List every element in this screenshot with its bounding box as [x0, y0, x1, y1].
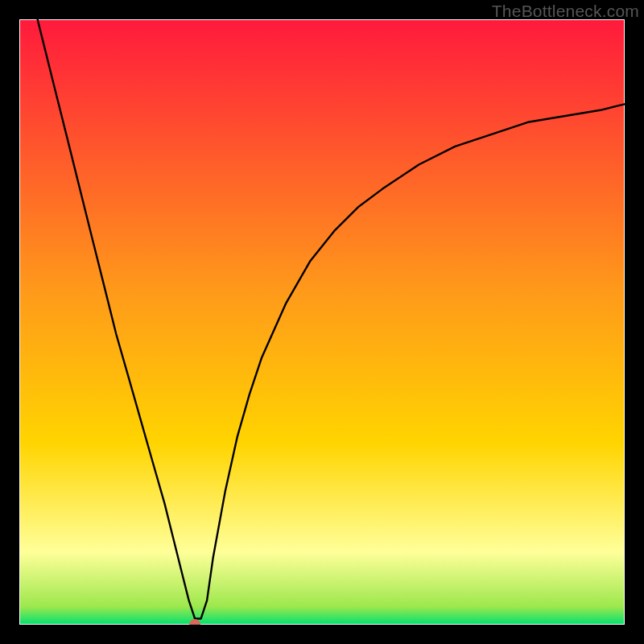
chart-frame [19, 19, 625, 625]
bottleneck-chart [19, 19, 625, 625]
watermark-text: TheBottleneck.com [492, 2, 639, 21]
gradient-background [19, 19, 625, 625]
